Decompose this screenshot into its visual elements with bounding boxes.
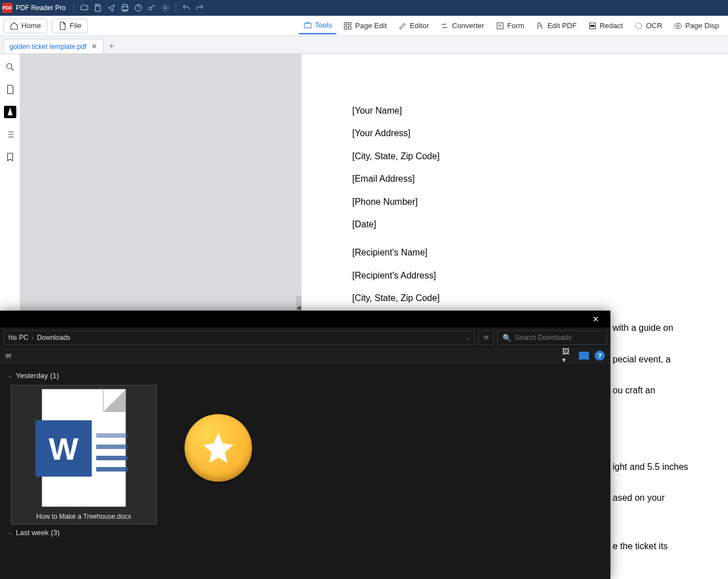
doc-line: [Your Name] [352,105,705,117]
undo-icon[interactable] [179,1,193,15]
svg-point-11 [636,23,642,29]
ribbon-bar: Home File Tools Page Edit Editor Convert… [0,16,728,36]
svg-rect-7 [348,26,351,29]
file-button[interactable]: File [52,19,88,33]
svg-point-12 [677,25,679,27]
svg-rect-4 [344,23,347,25]
search-icon[interactable] [4,61,16,73]
tab-label: golden ticket template.pdf [10,43,87,51]
settings-icon[interactable] [159,1,172,15]
tool-edit-pdf[interactable]: Edit PDF [531,19,581,33]
tab-close-icon[interactable]: ✕ [91,42,97,51]
key-icon[interactable] [145,1,159,15]
new-tab-button[interactable]: + [104,39,120,53]
svg-rect-5 [348,23,351,25]
chevron-right-icon: › [32,335,33,341]
share-icon[interactable] [105,1,118,15]
breadcrumb-segment[interactable]: his PC [8,334,28,342]
chevron-down-icon: ⌄ [8,529,12,536]
explorer-toolbar-left: er [6,352,12,360]
group-label: Last week (3) [16,528,60,537]
tool-editor[interactable]: Editor [394,19,434,33]
svg-point-1 [149,7,151,10]
explorer-toolbar: er 🖼 ▾ ? [0,348,610,363]
svg-rect-3 [304,23,311,28]
doc-line: [City, State, Zip Code] [352,150,705,163]
view-options-icon[interactable]: 🖼 ▾ [562,350,573,361]
preview-pane-icon[interactable] [579,352,589,360]
explorer-search[interactable]: 🔍 [497,330,607,345]
explorer-title-bar[interactable]: ✕ [0,311,610,327]
svg-point-2 [164,7,167,9]
tool-tools[interactable]: Tools [299,19,336,34]
group-last-week[interactable]: ⌄ Last week (3) [8,528,603,537]
search-input[interactable] [515,334,602,342]
page-icon[interactable] [4,83,16,96]
breadcrumb[interactable]: his PC › Downloads ⌄ [3,330,475,345]
document-overflow-text: with a guide on pecial event, a ou craft… [610,321,728,571]
tab-strip: golden ticket template.pdf ✕ + [0,36,728,54]
chevron-down-icon[interactable]: ⌄ [465,335,470,341]
refresh-button[interactable]: ⟳ [478,330,494,345]
open-icon[interactable] [78,1,91,15]
explorer-address-bar: his PC › Downloads ⌄ ⟳ 🔍 [0,327,610,348]
tool-page-edit[interactable]: Page Edit [339,19,391,33]
document-tab[interactable]: golden ticket template.pdf ✕ [3,39,104,53]
tool-redact[interactable]: Redact [583,19,627,33]
doc-line: [Recipient's Address] [352,270,705,282]
svg-rect-6 [344,26,347,29]
help-icon[interactable]: ? [595,351,605,361]
tool-ocr[interactable]: OCR [630,19,667,33]
app-title: PDF Reader Pro [16,4,66,12]
app-icon: PDF [2,3,12,13]
tool-form[interactable]: Form [491,19,529,33]
file-item-star[interactable] [173,385,263,524]
explorer-close-button[interactable]: ✕ [583,311,608,327]
home-label: Home [21,21,41,30]
doc-line: [Recipient's Name] [352,246,705,259]
doc-line: [Email Address] [352,173,705,185]
bookmark-icon[interactable] [4,151,16,163]
svg-rect-10 [591,25,595,26]
group-label: Yesterday (1) [16,371,59,380]
group-yesterday[interactable]: ⌄ Yesterday (1) [8,371,603,380]
title-bar: PDF PDF Reader Pro [0,0,728,16]
annotation-icon[interactable] [4,106,16,118]
redo-icon[interactable] [193,1,206,15]
chevron-down-icon: ⌄ [8,372,12,379]
doc-line: [City, State, Zip Code] [352,292,705,304]
explorer-file-area: ⌄ Yesterday (1) W How to Make a Treehous… [0,363,610,579]
file-item-docx[interactable]: W How to Make a Treehouse.docx [11,385,156,524]
file-label: File [70,21,82,30]
svg-point-13 [7,64,12,69]
file-explorer-window: ✕ his PC › Downloads ⌄ ⟳ 🔍 er 🖼 ▾ ? ⌄ Ye… [0,311,610,579]
save-icon[interactable] [91,1,105,15]
doc-line: [Phone Number] [352,196,705,208]
tool-page-display[interactable]: Page Disp [669,19,723,33]
word-document-icon: W [42,389,126,507]
search-icon: 🔍 [502,334,511,342]
home-button[interactable]: Home [3,19,47,33]
doc-line: [Your Address] [352,127,705,140]
help-icon[interactable] [132,1,145,15]
tool-converter[interactable]: Converter [435,19,488,33]
svg-rect-8 [497,23,503,29]
print-icon[interactable] [118,1,132,15]
file-name: How to Make a Treehouse.docx [37,513,132,520]
outline-icon[interactable] [4,128,16,141]
star-icon [185,414,252,482]
breadcrumb-segment[interactable]: Downloads [37,334,70,342]
doc-line: [Date] [352,218,705,231]
